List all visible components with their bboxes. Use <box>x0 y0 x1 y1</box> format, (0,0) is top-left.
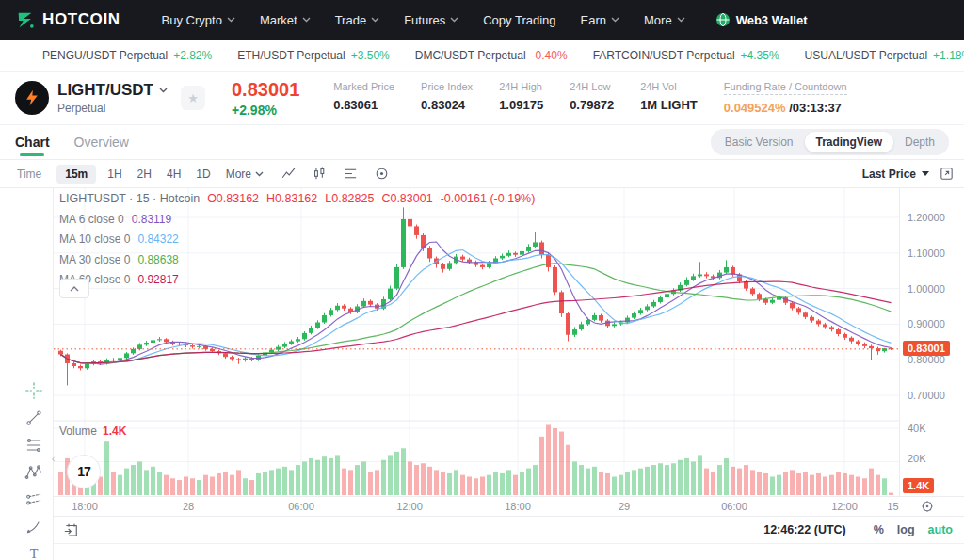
hotcoin-logo-icon <box>15 9 36 30</box>
caret-down-icon <box>922 171 929 176</box>
drawing-toolbar: T <box>0 188 54 560</box>
last-price-badge: 0.83001 <box>903 341 950 356</box>
auto-scale-button[interactable]: auto <box>928 523 953 536</box>
price-axis[interactable]: 1.20000 1.10000 1.00000 0.90000 0.80000 … <box>899 188 964 496</box>
nav-item-web3-wallet[interactable]: Web3 Wallet <box>715 12 808 27</box>
view-mode-basic[interactable]: Basic Version <box>714 132 805 152</box>
symbol-info-bar: LIGHT/USDT Perpetual ★ 0.83001 +2.98% Ma… <box>0 72 964 125</box>
brush-tool-icon[interactable] <box>21 514 47 540</box>
footer-divider <box>860 523 860 536</box>
tab-chart[interactable]: Chart <box>15 125 50 159</box>
percent-scale-button[interactable]: % <box>874 523 884 536</box>
price-tick: 0.90000 <box>908 318 945 329</box>
xabcd-pattern-tool-icon[interactable] <box>21 459 47 486</box>
ticker-item[interactable]: PENGU/USDT Perpetual+2.82% <box>42 49 212 62</box>
time-tick: 06:00 <box>721 501 747 512</box>
nav-menus: Buy Crypto Market Trade Futures Copy Tra… <box>162 13 685 27</box>
ticker-item[interactable]: USUAL/USDT Perpetual+1.18% <box>805 49 964 62</box>
chevron-down-icon <box>611 17 619 23</box>
volume-tick: 20K <box>908 453 926 464</box>
timeframe-more-dropdown[interactable]: More <box>226 168 264 181</box>
chart-style-candles-icon[interactable] <box>312 166 328 182</box>
stat-funding-rate[interactable]: Funding Rate / Countdown 0.049524% /03:1… <box>724 81 847 115</box>
timeframe-1d[interactable]: 1D <box>196 168 210 181</box>
nav-item-buy-crypto[interactable]: Buy Crypto <box>162 13 235 27</box>
price-tick: 1.00000 <box>908 283 945 295</box>
chevron-down-icon <box>255 171 264 177</box>
crosshair-tool[interactable] <box>21 377 47 404</box>
nav-item-market[interactable]: Market <box>260 13 311 27</box>
time-tick: 18:00 <box>72 501 98 512</box>
time-tick: 29 <box>619 501 630 512</box>
legend-collapse-button[interactable] <box>59 279 89 298</box>
favorite-star-button[interactable]: ★ <box>181 86 205 110</box>
globe-icon <box>715 12 731 27</box>
chart-style-line-icon[interactable] <box>281 166 297 182</box>
ticker-bar: PENGU/USDT Perpetual+2.82% ETH/USDT Perp… <box>0 40 964 72</box>
settings-target-icon[interactable] <box>374 166 390 182</box>
nav-item-earn[interactable]: Earn <box>581 13 619 27</box>
chart-tabs-row: Chart Overview Basic Version TradingView… <box>0 125 964 160</box>
ticker-item[interactable]: FARTCOIN/USDT Perpetual+4.35% <box>593 49 779 62</box>
price-change-percent: +2.98% <box>232 103 299 118</box>
funding-countdown: /03:13:37 <box>789 101 842 115</box>
chevron-down-icon <box>450 17 458 23</box>
stat-24h-high: 24H High1.09175 <box>499 81 543 115</box>
axis-settings-gear-icon[interactable] <box>920 499 935 514</box>
nav-item-more[interactable]: More <box>644 13 685 27</box>
last-volume-badge: 1.4K <box>903 478 934 493</box>
candlestick-chart[interactable] <box>54 188 899 496</box>
chart-area: T ‹ LIGHTUSDT · 15 · Hotcoin O0.83162 H0… <box>0 188 964 560</box>
time-label[interactable]: Time <box>17 168 41 181</box>
fullscreen-icon[interactable] <box>939 166 955 182</box>
view-mode-depth[interactable]: Depth <box>893 132 946 152</box>
fib-retracement-tool-icon[interactable] <box>21 432 47 458</box>
price-tick: 0.70000 <box>908 390 945 401</box>
chevron-down-icon <box>371 17 379 23</box>
timeframe-4h[interactable]: 4H <box>167 168 181 181</box>
symbol-selector[interactable]: LIGHT/USDT <box>57 81 168 100</box>
brand-name: HOTCOIN <box>42 10 120 29</box>
chart-toolbar: Time 15m 1H 2H 4H 1D More Last Price <box>0 160 964 188</box>
last-price: 0.83001 <box>232 79 299 101</box>
stat-marked-price: Marked Price0.83061 <box>333 81 394 115</box>
funding-rate-value: 0.049524% <box>724 101 786 115</box>
time-tick: 12:00 <box>396 501 423 512</box>
price-source-dropdown[interactable]: Last Price <box>862 168 929 181</box>
ticker-item[interactable]: DMC/USDT Perpetual-0.40% <box>415 49 568 62</box>
price-tick: 1.20000 <box>908 212 945 223</box>
time-axis[interactable]: 18:00 28 06:00 12:00 18:00 29 06:00 12:0… <box>54 496 899 516</box>
chevron-down-icon <box>159 88 168 93</box>
hotcoin-logo[interactable]: HOTCOIN <box>15 9 120 30</box>
indicators-icon[interactable] <box>343 166 359 182</box>
text-tool-icon[interactable]: T <box>21 541 47 560</box>
time-tick: 06:00 <box>288 501 314 512</box>
chevron-down-icon <box>302 17 311 23</box>
ticker-item[interactable]: ETH/USDT Perpetual+3.50% <box>237 49 390 62</box>
timeframe-2h[interactable]: 2H <box>137 168 152 181</box>
chevron-down-icon <box>677 17 685 23</box>
forecast-tool-icon[interactable] <box>21 487 47 513</box>
time-tick: 18:00 <box>505 501 531 512</box>
view-mode-tradingview[interactable]: TradingView <box>805 132 893 152</box>
chevron-down-icon <box>227 17 235 23</box>
view-mode-switch: Basic Version TradingView Depth <box>711 129 949 155</box>
nav-item-copy-trading[interactable]: Copy Trading <box>483 13 555 27</box>
timeframe-15m[interactable]: 15m <box>56 165 96 184</box>
tab-overview[interactable]: Overview <box>74 125 129 159</box>
nav-item-trade[interactable]: Trade <box>335 13 379 27</box>
time-tick: 28 <box>183 501 194 512</box>
chevron-up-icon <box>70 286 79 292</box>
timeframe-1h[interactable]: 1H <box>107 168 121 181</box>
nav-item-futures[interactable]: Futures <box>404 13 458 27</box>
trend-line-tool-icon[interactable] <box>21 405 47 431</box>
stat-24h-low: 24H Low0.79872 <box>570 81 614 115</box>
time-tick: 12:00 <box>831 501 858 512</box>
symbol-name: LIGHT/USDT <box>57 81 153 100</box>
go-to-date-icon[interactable] <box>63 521 80 538</box>
tradingview-watermark[interactable]: 17 <box>67 455 101 488</box>
contract-type: Perpetual <box>57 102 168 115</box>
utc-clock[interactable]: 12:46:22 (UTC) <box>763 523 846 536</box>
svg-text:T: T <box>30 546 39 560</box>
log-scale-button[interactable]: log <box>897 523 915 536</box>
